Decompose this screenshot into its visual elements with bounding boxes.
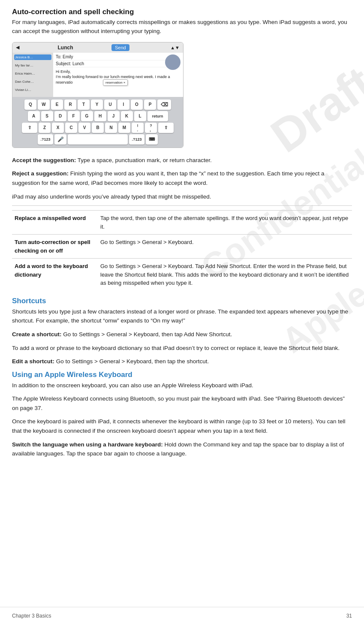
- key-u[interactable]: U: [104, 99, 116, 110]
- suggestion-bubble[interactable]: reservation ×: [103, 79, 128, 86]
- email-title: Lunch: [58, 45, 73, 51]
- keyboard-mockup-container: ◀ Lunch Send ▲▼ Jessica B… My fav lar… E…: [12, 42, 352, 148]
- table-desc-2: Go to Settings > General > Keyboard. Tap…: [98, 259, 352, 291]
- key-x[interactable]: X: [52, 123, 64, 133]
- key-l[interactable]: L: [134, 111, 146, 121]
- email-nav-back: ◀: [16, 45, 19, 50]
- key-i[interactable]: I: [117, 99, 129, 110]
- key-r[interactable]: R: [64, 99, 76, 110]
- email-body: Hi Emily, I’m really looking forward to …: [56, 69, 180, 85]
- key-exclaim[interactable]: !.: [132, 123, 144, 133]
- key-return[interactable]: return: [147, 111, 168, 121]
- edit-shortcut-para: Edit a shortcut: Go to Settings > Genera…: [12, 357, 352, 366]
- key-space[interactable]: [68, 134, 128, 145]
- footer-chapter: Chapter 3 Basics: [12, 613, 51, 619]
- key-backspace[interactable]: ⌫: [157, 99, 171, 110]
- key-h[interactable]: H: [94, 111, 106, 121]
- intro-para1: For many languages, iPad automatically c…: [12, 18, 352, 36]
- email-header: ◀ Lunch Send ▲▼: [12, 42, 183, 53]
- key-n[interactable]: N: [105, 123, 117, 133]
- footer-page: 31: [346, 613, 352, 619]
- footer-bar: Chapter 3 Basics 31: [0, 607, 364, 624]
- key-o[interactable]: O: [131, 99, 143, 110]
- key-d[interactable]: D: [54, 111, 66, 121]
- sidebar-item-4[interactable]: Vivian Li…: [14, 87, 51, 93]
- shortcuts-para2: To add a word or phrase to the keyboard …: [12, 344, 352, 353]
- reject-suggestion-para: Reject a suggestion: Finish typing the w…: [12, 169, 352, 187]
- table-row-1: Turn auto-correction or spell checking o…: [12, 235, 352, 259]
- key-b[interactable]: B: [92, 123, 104, 133]
- key-row-1: Q W E R T Y U I O P ⌫: [14, 99, 181, 110]
- key-shift-right[interactable]: ⇧: [158, 123, 174, 133]
- key-j[interactable]: J: [108, 111, 120, 121]
- features-table: Replace a misspelled word Tap the word, …: [12, 210, 352, 291]
- table-row-2: Add a word to the keyboard dictionary Go…: [12, 259, 352, 291]
- key-num-left[interactable]: .?123: [38, 134, 53, 145]
- key-s[interactable]: S: [41, 111, 53, 121]
- key-y[interactable]: Y: [91, 99, 103, 110]
- wireless-intro: In addition to the onscreen keyboard, yo…: [12, 381, 352, 390]
- section-title-shortcuts: Shortcuts: [12, 297, 352, 305]
- email-sidebar: Jessica B… My fav lar… Erica Haim… Dan C…: [12, 53, 53, 97]
- table-row-0: Replace a misspelled word Tap the word, …: [12, 211, 352, 235]
- avatar: [165, 54, 180, 70]
- key-m[interactable]: M: [118, 123, 130, 133]
- key-t[interactable]: T: [78, 99, 90, 110]
- shortcuts-intro: Shortcuts lets you type just a few chara…: [12, 307, 352, 326]
- key-mic[interactable]: 🎤: [54, 134, 66, 145]
- key-num-right[interactable]: .?123: [129, 134, 144, 145]
- send-button[interactable]: Send: [111, 44, 129, 51]
- switch-label: Switch the language when using a hardwar…: [12, 441, 163, 448]
- email-nav-arrows: ▲▼: [170, 45, 180, 50]
- section-title-autocorrect: Auto-correction and spell checking: [12, 8, 352, 16]
- switch-language-para: Switch the language when using a hardwar…: [12, 440, 352, 458]
- key-g[interactable]: G: [81, 111, 93, 121]
- email-main: To: Emily Subject: Lunch Hi Emily, I’m r…: [53, 53, 183, 97]
- key-p[interactable]: P: [144, 99, 156, 110]
- email-layout: Jessica B… My fav lar… Erica Haim… Dan C…: [12, 53, 183, 97]
- table-term-1: Turn auto-correction or spell checking o…: [12, 235, 98, 259]
- create-label: Create a shortcut:: [12, 331, 62, 338]
- reject-label: Reject a suggestion:: [12, 170, 69, 177]
- keyboard-keys: Q W E R T Y U I O P ⌫ A S D F: [12, 97, 183, 148]
- key-f[interactable]: F: [68, 111, 80, 121]
- edit-text: Go to Settings > General > Keyboard, the…: [54, 358, 209, 365]
- keyboard-mockup: ◀ Lunch Send ▲▼ Jessica B… My fav lar… E…: [12, 42, 184, 148]
- accept-suggestion-para: Accept the suggestion: Type a space, pun…: [12, 156, 352, 165]
- key-c[interactable]: C: [65, 123, 77, 133]
- create-shortcut-para: Create a shortcut: Go to Settings > Gene…: [12, 330, 352, 339]
- create-text: Go to Settings > General > Keyboard, the…: [62, 331, 232, 338]
- table-desc-0: Tap the word, then tap one of the altern…: [98, 211, 352, 235]
- key-shift-left[interactable]: ⇧: [22, 123, 37, 133]
- key-w[interactable]: W: [38, 99, 50, 110]
- key-k[interactable]: K: [121, 111, 133, 121]
- key-question[interactable]: ?,: [145, 123, 157, 133]
- email-body-line1: Hi Emily,: [56, 69, 180, 75]
- sidebar-item-1[interactable]: My fav lar…: [14, 63, 51, 68]
- sidebar-item-0[interactable]: Jessica B…: [14, 54, 51, 60]
- section-title-wireless: Using an Apple Wireless Keyboard: [12, 371, 352, 379]
- wireless-para2: The Apple Wireless Keyboard connects usi…: [12, 394, 352, 413]
- edit-label: Edit a shortcut:: [12, 358, 54, 365]
- key-a[interactable]: A: [28, 111, 40, 121]
- accept-text: Type a space, punctuation mark, or retur…: [76, 157, 211, 163]
- accept-label: Accept the suggestion:: [12, 157, 76, 163]
- key-z[interactable]: Z: [39, 123, 51, 133]
- key-keyboard[interactable]: ⌨: [146, 134, 158, 145]
- key-row-3: ⇧ Z X C V B N M !. ?, ⇧: [14, 123, 181, 133]
- ipad-also-para: iPad may also underline words you’ve alr…: [12, 192, 352, 202]
- sidebar-item-2[interactable]: Erica Haim…: [14, 71, 51, 76]
- wireless-para3: Once the keyboard is paired with iPad, i…: [12, 417, 352, 435]
- page-content: Auto-correction and spell checking For m…: [0, 0, 364, 488]
- email-subject-row: Subject: Lunch: [56, 61, 180, 67]
- email-to-row: To: Emily: [56, 54, 180, 60]
- table-desc-1: Go to Settings > General > Keyboard.: [98, 235, 352, 259]
- table-term-0: Replace a misspelled word: [12, 211, 98, 235]
- table-term-2: Add a word to the keyboard dictionary: [12, 259, 98, 291]
- key-row-4: .?123 🎤 .?123 ⌨: [14, 134, 181, 145]
- sidebar-item-3[interactable]: Dan Cohe…: [14, 79, 51, 84]
- key-row-2: A S D F G H J K L return: [14, 111, 181, 121]
- key-v[interactable]: V: [78, 123, 90, 133]
- key-q[interactable]: Q: [24, 99, 36, 110]
- key-e[interactable]: E: [51, 99, 63, 110]
